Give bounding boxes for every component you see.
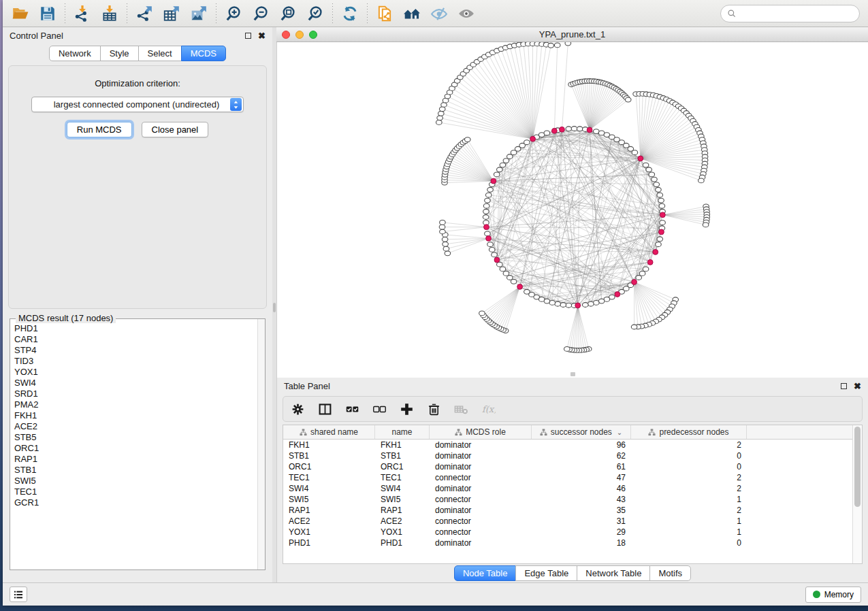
add-column-button[interactable] [398, 400, 415, 418]
control-panel-title: Control Panel [10, 31, 245, 41]
splitter-grip[interactable] [273, 303, 276, 312]
table-row[interactable]: PHD1PHD1dominator180 [283, 538, 852, 548]
table-scrollbar[interactable] [852, 425, 862, 563]
cell-mcds_role: dominator [430, 483, 532, 494]
table-row[interactable]: YOX1YOX1connector291 [283, 527, 852, 538]
mcds-result-item[interactable]: YOX1 [14, 367, 257, 378]
delete-column-icon [427, 402, 441, 416]
cell-mcds_role: connector [430, 516, 532, 527]
tab-network-table[interactable]: Network Table [577, 565, 650, 581]
settings-button[interactable] [289, 400, 306, 418]
search-box[interactable] [720, 5, 860, 22]
tab-node-table[interactable]: Node Table [454, 565, 517, 581]
mcds-result-item[interactable]: TID3 [14, 356, 257, 367]
cell-shared_name: ORC1 [283, 461, 375, 472]
mcds-result-item[interactable]: FKH1 [14, 410, 257, 421]
run-mcds-button[interactable]: Run MCDS [67, 122, 132, 137]
table-row[interactable]: ORC1ORC1dominator610 [283, 461, 852, 472]
zoom-out-button[interactable] [247, 2, 274, 25]
network-canvas[interactable] [276, 42, 868, 378]
cell-successor_nodes: 35 [532, 505, 631, 516]
first-neighbors-icon [403, 5, 421, 22]
mcds-result-item[interactable]: STP4 [14, 345, 257, 356]
memory-button[interactable]: Memory [805, 587, 861, 603]
export-table-button[interactable] [158, 2, 185, 25]
select-all-checkboxes-button[interactable] [343, 400, 361, 418]
table-row[interactable]: SWI4SWI4dominator462 [283, 483, 852, 494]
tab-mcds[interactable]: MCDS [181, 46, 226, 61]
mcds-result-item[interactable]: SRD1 [14, 389, 257, 399]
mcds-result-list[interactable]: PHD1CAR1STP4TID3YOX1SWI4SRD1PMA2FKH1ACE2… [10, 319, 257, 569]
cell-name: FKH1 [375, 440, 430, 450]
cell-name: SWI5 [375, 494, 430, 505]
table-panel-titlebar: Table Panel ✖ [277, 378, 868, 395]
import-table-button[interactable] [96, 2, 123, 25]
tab-edge-table[interactable]: Edge Table [515, 565, 577, 581]
mcds-result-item[interactable]: STB5 [14, 432, 257, 443]
table-float-panel-icon[interactable] [841, 383, 847, 389]
column-header-shared_name[interactable]: shared name [283, 425, 375, 439]
open-file-button[interactable] [7, 2, 34, 25]
mcds-result-item[interactable]: CAR1 [14, 334, 257, 345]
mcds-result-item[interactable]: STB1 [14, 465, 257, 476]
table-row[interactable]: ACE2ACE2connector311 [283, 516, 852, 527]
mcds-result-item[interactable]: SWI4 [14, 378, 257, 389]
criterion-dropdown[interactable]: largest connected component (undirected) [31, 97, 244, 112]
table-row[interactable]: FKH1FKH1dominator962 [283, 440, 852, 450]
column-header-predecessor_nodes[interactable]: predecessor nodes [631, 425, 747, 439]
maximize-window-icon[interactable] [309, 31, 317, 39]
duplicate-network-button[interactable] [371, 2, 398, 25]
control-panel: Control Panel ✖ NetworkStyleSelectMCDS O… [3, 27, 272, 582]
sort-chevron-icon[interactable]: ⌄ [617, 429, 622, 436]
tab-select[interactable]: Select [138, 46, 182, 61]
zoom-in-button[interactable] [220, 2, 247, 25]
column-header-mcds_role[interactable]: MCDS role [430, 425, 532, 439]
mcds-result-item[interactable]: ORC1 [14, 443, 257, 454]
show-all-button[interactable] [453, 2, 480, 25]
mcds-result-item[interactable]: ACE2 [14, 421, 257, 432]
cell-mcds_role: dominator [430, 505, 532, 516]
export-network-button[interactable] [131, 2, 158, 25]
column-header-successor_nodes[interactable]: successor nodes⌄ [532, 425, 631, 439]
tab-motifs[interactable]: Motifs [649, 565, 691, 581]
delete-column-button[interactable] [425, 400, 443, 418]
zoom-fit-button[interactable] [274, 2, 302, 25]
split-view-button[interactable] [316, 400, 334, 418]
close-panel-icon[interactable]: ✖ [258, 31, 266, 40]
mcds-result-item[interactable]: SWI5 [14, 476, 257, 486]
toolbar-separator [332, 3, 333, 24]
table-row[interactable]: SWI5SWI5connector431 [283, 494, 852, 505]
mcds-result-item[interactable]: PMA2 [14, 399, 257, 410]
mcds-result-item[interactable]: GCR1 [14, 497, 257, 508]
minimize-window-icon[interactable] [295, 31, 304, 39]
refresh-button[interactable] [336, 2, 364, 25]
table-row[interactable]: TEC1TEC1connector472 [283, 472, 852, 483]
task-history-button[interactable] [10, 587, 27, 602]
import-network-button[interactable] [69, 2, 96, 25]
mcds-result-item[interactable]: PHD1 [14, 323, 257, 334]
table-close-panel-icon[interactable]: ✖ [854, 382, 861, 391]
column-header-name[interactable]: name [375, 425, 430, 439]
search-input[interactable] [740, 9, 853, 18]
network-graph[interactable] [277, 42, 868, 378]
refresh-icon [341, 5, 359, 22]
tab-network[interactable]: Network [49, 46, 101, 61]
save-session-button[interactable] [34, 2, 61, 25]
table-row[interactable]: STB1STB1dominator620 [283, 450, 852, 461]
table-row[interactable]: RAP1RAP1dominator352 [283, 505, 852, 516]
zoom-selected-button[interactable] [302, 2, 329, 25]
hide-selected-button[interactable] [425, 2, 453, 25]
mcds-list-scrollbar[interactable] [257, 319, 265, 569]
tab-style[interactable]: Style [100, 46, 139, 61]
mcds-result-item[interactable]: RAP1 [14, 454, 257, 465]
table-panel-title: Table Panel [284, 381, 841, 391]
export-image-button[interactable] [185, 2, 212, 25]
horizontal-splitter-grip[interactable] [570, 372, 575, 376]
deselect-all-checkboxes-button[interactable] [370, 400, 388, 418]
close-window-icon[interactable] [282, 31, 290, 39]
mcds-result-item[interactable]: TEC1 [14, 486, 257, 497]
first-neighbors-button[interactable] [398, 2, 425, 25]
table-scrollbar-thumb[interactable] [854, 427, 861, 507]
close-panel-button[interactable]: Close panel [142, 122, 209, 137]
float-panel-icon[interactable] [245, 33, 251, 39]
